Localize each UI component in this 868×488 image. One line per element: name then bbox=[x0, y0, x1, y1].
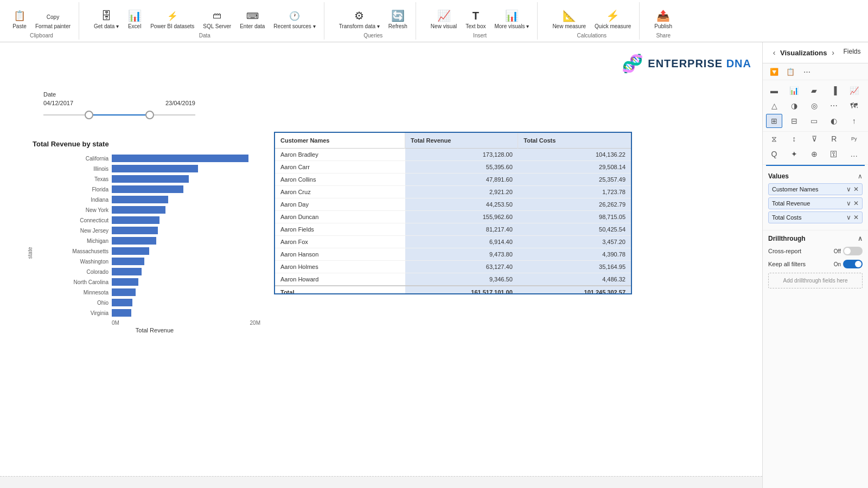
bar-row[interactable]: Colorado bbox=[49, 268, 260, 275]
share-group: 📤 Publish Share bbox=[646, 2, 680, 40]
cell-costs: 25,357.49 bbox=[518, 174, 631, 186]
kpi-icon[interactable]: ↑ bbox=[846, 114, 862, 128]
get-data-button[interactable]: 🗄 Get data ▾ bbox=[91, 8, 122, 30]
cell-name: Aaron Bradley bbox=[275, 149, 405, 161]
bar-row[interactable]: Connecticut bbox=[49, 216, 260, 224]
line-chart-icon[interactable]: 📈 bbox=[846, 84, 862, 98]
more-visuals-button[interactable]: 📊 More visuals ▾ bbox=[492, 8, 532, 30]
field-revenue-label: Total Revenue bbox=[772, 200, 810, 207]
decomp-icon[interactable]: ⊕ bbox=[806, 147, 822, 161]
bar-row[interactable]: Michigan bbox=[49, 237, 260, 245]
panel-prev-button[interactable]: ‹ bbox=[768, 47, 780, 59]
table-scroll[interactable]: Customer Names Total Revenue Total Costs… bbox=[275, 133, 631, 293]
power-bi-button[interactable]: ⚡ Power BI datasets bbox=[148, 8, 197, 30]
cross-report-toggle[interactable] bbox=[843, 247, 863, 255]
new-visual-button[interactable]: 📈 New visual bbox=[428, 8, 459, 30]
excel-button[interactable]: 📊 Excel bbox=[125, 8, 144, 30]
field-revenue-remove[interactable]: ✕ bbox=[853, 200, 859, 207]
table-row[interactable]: Aaron Holmes 63,127.40 35,164.95 bbox=[275, 261, 631, 273]
table-viz-icon[interactable]: ⊞ bbox=[766, 114, 782, 128]
logo: 🧬 ENTERPRISE DNA bbox=[622, 53, 751, 74]
cell-costs: 104,136.22 bbox=[518, 149, 631, 161]
more-options-icon-button[interactable]: ⋯ bbox=[800, 66, 814, 78]
slider-thumb-right[interactable] bbox=[145, 111, 154, 119]
clipboard-icon-button[interactable]: 📋 bbox=[783, 66, 797, 78]
bar-row[interactable]: Illinois bbox=[49, 165, 260, 172]
drillthrough-drop-zone: Add drillthrough fields here bbox=[768, 273, 863, 288]
bar-chart-icon[interactable]: ▬ bbox=[766, 84, 782, 98]
table-row[interactable]: Aaron Fields 81,217.40 50,425.54 bbox=[275, 223, 631, 236]
donut-chart-icon[interactable]: ◎ bbox=[806, 99, 822, 113]
bar-row[interactable]: New York bbox=[49, 206, 260, 214]
bar-row[interactable]: Washington bbox=[49, 258, 260, 265]
table-row[interactable]: Aaron Hanson 9,473.80 4,390.78 bbox=[275, 248, 631, 261]
queries-group: ⚙ Transform data ▾ 🔄 Refresh Queries bbox=[331, 2, 416, 40]
panel-next-button[interactable]: › bbox=[827, 47, 839, 59]
r-visual-icon[interactable]: R bbox=[826, 132, 842, 146]
gauge-icon[interactable]: ◐ bbox=[826, 114, 842, 128]
bar-row[interactable]: North Carolina bbox=[49, 278, 260, 286]
bar-fill bbox=[112, 185, 183, 193]
field-revenue-expand[interactable]: ∨ bbox=[846, 200, 851, 207]
slider-thumb-left[interactable] bbox=[85, 111, 93, 119]
matrix-icon[interactable]: ⊟ bbox=[786, 114, 802, 128]
stacked-col-icon[interactable]: ▐ bbox=[826, 84, 842, 98]
bar-row[interactable]: Massachusetts bbox=[49, 247, 260, 255]
text-box-button[interactable]: T Text box bbox=[463, 8, 488, 30]
keep-filters-toggle[interactable] bbox=[843, 260, 863, 268]
fields-tab[interactable]: Fields bbox=[841, 47, 863, 59]
format-painter-button[interactable]: Format painter bbox=[33, 22, 73, 30]
values-collapse[interactable]: ∧ bbox=[858, 172, 863, 180]
field-customer-remove[interactable]: ✕ bbox=[853, 185, 859, 193]
stacked-bar-icon[interactable]: ▰ bbox=[806, 84, 822, 98]
table-row[interactable]: Aaron Howard 9,346.50 4,486.32 bbox=[275, 273, 631, 286]
sql-button[interactable]: 🗃 SQL Server bbox=[200, 8, 234, 30]
area-chart-icon[interactable]: △ bbox=[766, 99, 782, 113]
table-row[interactable]: Aaron Fox 6,914.40 3,457.20 bbox=[275, 236, 631, 248]
bar-row[interactable]: Texas bbox=[49, 175, 260, 183]
more-viz-icon[interactable]: … bbox=[846, 147, 862, 161]
table-row[interactable]: Aaron Collins 47,891.60 25,357.49 bbox=[275, 174, 631, 186]
field-customer-expand[interactable]: ∨ bbox=[846, 185, 851, 193]
bar-label: North Carolina bbox=[49, 279, 108, 285]
filter-icon-button[interactable]: 🔽 bbox=[767, 66, 781, 78]
field-costs-expand[interactable]: ∨ bbox=[846, 214, 851, 221]
table-row[interactable]: Aaron Bradley 173,128.00 104,136.22 bbox=[275, 149, 631, 161]
publish-button[interactable]: 📤 Publish bbox=[652, 8, 675, 30]
table-row[interactable]: Aaron Carr 55,395.60 29,508.14 bbox=[275, 161, 631, 174]
table-row[interactable]: Aaron Duncan 155,962.60 98,715.05 bbox=[275, 211, 631, 223]
qna-icon[interactable]: Q bbox=[766, 147, 782, 161]
recent-sources-button[interactable]: 🕐 Recent sources ▾ bbox=[271, 8, 318, 30]
bar-row[interactable]: Minnesota bbox=[49, 288, 260, 296]
map-icon[interactable]: 🗺 bbox=[846, 99, 862, 113]
table-row[interactable]: Aaron Cruz 2,921.20 1,723.78 bbox=[275, 186, 631, 198]
transform-button[interactable]: ⚙ Transform data ▾ bbox=[336, 8, 382, 30]
table-row[interactable]: Aaron Day 44,253.50 26,262.79 bbox=[275, 198, 631, 211]
enter-data-button[interactable]: ⌨ Enter data bbox=[237, 8, 267, 30]
bar-row[interactable]: Virginia bbox=[49, 309, 260, 317]
smart-icon[interactable]: ✦ bbox=[786, 147, 802, 161]
bar-row[interactable]: California bbox=[49, 155, 260, 162]
bar-row[interactable]: Florida bbox=[49, 185, 260, 193]
field-costs-remove[interactable]: ✕ bbox=[853, 214, 859, 221]
bar-row[interactable]: Indiana bbox=[49, 196, 260, 203]
slicer-icon[interactable]: ⧖ bbox=[766, 132, 782, 146]
bar-label: Washington bbox=[49, 259, 108, 265]
date-slider[interactable] bbox=[43, 110, 195, 120]
quick-measure-button[interactable]: ⚡ Quick measure bbox=[592, 8, 634, 30]
pie-chart-icon[interactable]: ◑ bbox=[786, 99, 802, 113]
refresh-button[interactable]: 🔄 Refresh bbox=[386, 8, 410, 30]
scatter-icon[interactable]: ⋯ bbox=[826, 99, 842, 113]
funnel-icon[interactable]: ⊽ bbox=[806, 132, 822, 146]
drillthrough-collapse[interactable]: ∧ bbox=[858, 235, 863, 242]
paste-button[interactable]: 📋 Paste bbox=[10, 8, 29, 30]
new-measure-button[interactable]: 📐 New measure bbox=[550, 8, 589, 30]
copy-button[interactable]: Copy bbox=[33, 13, 73, 21]
bar-row[interactable]: New Jersey bbox=[49, 227, 260, 234]
card-icon[interactable]: ▭ bbox=[806, 114, 822, 128]
column-chart-icon[interactable]: 📊 bbox=[786, 84, 802, 98]
waterfall-icon[interactable]: ↕ bbox=[786, 132, 802, 146]
bar-row[interactable]: Ohio bbox=[49, 299, 260, 306]
key-inf-icon[interactable]: ⚿ bbox=[826, 147, 842, 161]
py-visual-icon[interactable]: Py bbox=[846, 132, 862, 146]
